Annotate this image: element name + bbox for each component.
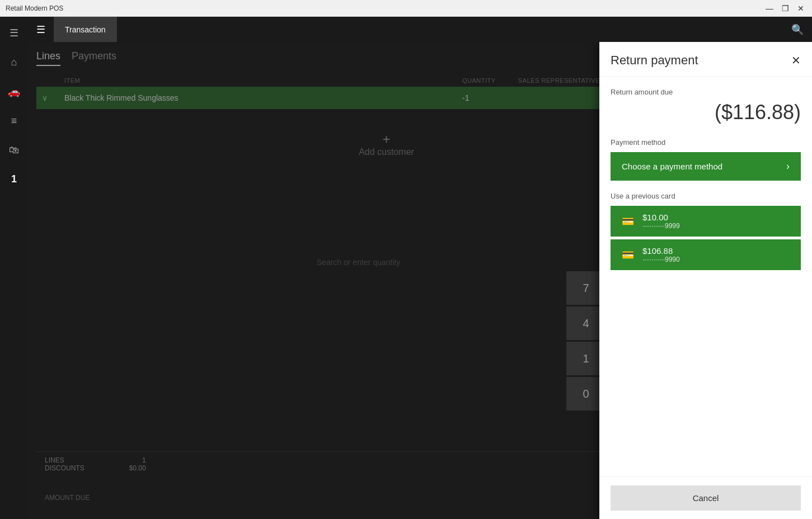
minimize-button[interactable]: — xyxy=(764,4,775,13)
title-bar: Retail Modern POS — ❐ ✕ xyxy=(0,0,812,17)
card-amount-2: $106.88 xyxy=(642,246,680,256)
sidebar-icon-vehicle[interactable]: 🚗 xyxy=(0,81,28,102)
cancel-button[interactable]: Cancel xyxy=(611,485,801,511)
card-info-2: $106.88 ············9990 xyxy=(642,246,680,263)
return-amount-value: ($116.88) xyxy=(611,101,801,124)
return-panel-footer: Cancel xyxy=(599,476,812,519)
prev-card-2[interactable]: 💳 $106.88 ············9990 xyxy=(611,239,801,270)
return-panel-header: Return payment ✕ xyxy=(599,42,812,77)
transaction-tab[interactable]: Transaction xyxy=(54,17,117,42)
sidebar-icon-home[interactable]: ⌂ xyxy=(0,52,28,73)
card-icon-2: 💳 xyxy=(622,249,634,261)
hamburger-icon[interactable]: ☰ xyxy=(36,23,45,36)
sidebar: ☰ ⌂ 🚗 ≡ 🛍 1 xyxy=(0,17,28,519)
choose-payment-label: Choose a payment method xyxy=(622,162,722,171)
chevron-right-icon: › xyxy=(786,161,790,172)
sidebar-icon-list[interactable]: ≡ xyxy=(0,111,28,131)
return-close-button[interactable]: ✕ xyxy=(791,54,801,67)
return-payment-panel: Return payment ✕ Return amount due ($116… xyxy=(599,42,812,519)
close-button[interactable]: ✕ xyxy=(795,4,806,13)
sidebar-icon-menu[interactable]: ☰ xyxy=(0,22,28,44)
card-number-1: ············9999 xyxy=(642,222,680,230)
payment-method-label: Payment method xyxy=(611,138,801,147)
content-area: Lines Payments ITEM QUANTITY SALES REPRE… xyxy=(28,42,812,519)
return-amount-label: Return amount due xyxy=(611,88,801,96)
main-content: ☰ Transaction 🔍 Lines Payments ITEM QUAN… xyxy=(28,17,812,519)
use-prev-card-label: Use a previous card xyxy=(611,192,801,200)
choose-payment-button[interactable]: Choose a payment method › xyxy=(611,152,801,181)
card-icon-1: 💳 xyxy=(622,215,634,228)
app: ☰ ⌂ 🚗 ≡ 🛍 1 ☰ Transaction 🔍 Lines Paymen… xyxy=(0,17,812,519)
card-amount-1: $10.00 xyxy=(642,213,680,222)
prev-card-1[interactable]: 💳 $10.00 ············9999 xyxy=(611,206,801,237)
app-title: Retail Modern POS xyxy=(6,4,63,12)
sidebar-number: 1 xyxy=(7,169,21,190)
return-panel-body: Return amount due ($116.88) Payment meth… xyxy=(599,77,812,476)
sidebar-icon-bag[interactable]: 🛍 xyxy=(0,140,28,161)
top-bar: ☰ Transaction 🔍 xyxy=(28,17,812,42)
window-controls: — ❐ ✕ xyxy=(764,4,806,13)
maximize-button[interactable]: ❐ xyxy=(780,4,791,13)
card-info-1: $10.00 ············9999 xyxy=(642,213,680,230)
return-panel-title: Return payment xyxy=(611,53,698,68)
search-icon[interactable]: 🔍 xyxy=(791,23,804,36)
card-number-2: ············9990 xyxy=(642,256,680,263)
